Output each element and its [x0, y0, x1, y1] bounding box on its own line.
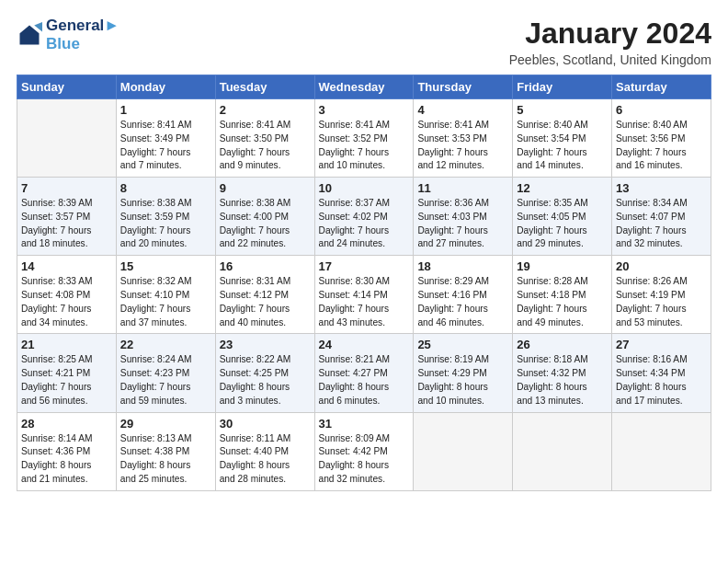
day-number: 25: [417, 338, 508, 351]
day-number: 8: [120, 181, 211, 195]
day-info: Sunrise: 8:19 AMSunset: 4:29 PMDaylight:…: [417, 353, 508, 408]
col-friday: Friday: [513, 75, 612, 99]
day-info: Sunrise: 8:31 AMSunset: 4:12 PMDaylight:…: [220, 275, 311, 329]
table-row: 29Sunrise: 8:13 AMSunset: 4:38 PMDayligh…: [116, 412, 215, 490]
day-number: 27: [616, 338, 707, 351]
day-info: Sunrise: 8:40 AMSunset: 3:54 PMDaylight:…: [517, 119, 608, 173]
day-info: Sunrise: 8:18 AMSunset: 4:32 PMDaylight:…: [517, 353, 608, 408]
table-row: 24Sunrise: 8:21 AMSunset: 4:27 PMDayligh…: [314, 334, 414, 412]
calendar-week-row: 28Sunrise: 8:14 AMSunset: 4:36 PMDayligh…: [17, 412, 711, 490]
day-number: 10: [319, 181, 410, 195]
day-number: 15: [120, 259, 211, 273]
col-thursday: Thursday: [414, 75, 513, 99]
calendar: Sunday Monday Tuesday Wednesday Thursday…: [17, 75, 711, 491]
day-number: 5: [517, 103, 608, 117]
page: General► Blue January 2024 Peebles, Scot…: [0, 0, 728, 563]
table-row: 8Sunrise: 8:38 AMSunset: 3:59 PMDaylight…: [116, 178, 215, 256]
table-row: 2Sunrise: 8:41 AMSunset: 3:50 PMDaylight…: [215, 99, 314, 178]
header: General► Blue January 2024 Peebles, Scot…: [17, 17, 711, 67]
day-info: Sunrise: 8:38 AMSunset: 3:59 PMDaylight:…: [120, 197, 211, 251]
day-info: Sunrise: 8:11 AMSunset: 4:40 PMDaylight:…: [220, 432, 311, 487]
day-info: Sunrise: 8:34 AMSunset: 4:07 PMDaylight:…: [616, 197, 707, 251]
day-info: Sunrise: 8:39 AMSunset: 3:57 PMDaylight:…: [21, 197, 112, 251]
svg-marker-0: [20, 25, 40, 44]
day-number: 21: [21, 338, 112, 351]
day-number: 12: [517, 181, 608, 195]
day-number: 26: [517, 338, 608, 351]
svg-marker-1: [34, 22, 42, 32]
day-number: 13: [616, 181, 707, 195]
table-row: 17Sunrise: 8:30 AMSunset: 4:14 PMDayligh…: [314, 256, 414, 334]
col-tuesday: Tuesday: [215, 75, 314, 99]
table-row: 31Sunrise: 8:09 AMSunset: 4:42 PMDayligh…: [314, 412, 414, 490]
day-number: 24: [319, 338, 410, 351]
day-info: Sunrise: 8:41 AMSunset: 3:49 PMDaylight:…: [120, 119, 211, 173]
day-number: 17: [319, 259, 410, 273]
calendar-header-row: Sunday Monday Tuesday Wednesday Thursday…: [17, 75, 711, 99]
table-row: 7Sunrise: 8:39 AMSunset: 3:57 PMDaylight…: [17, 178, 117, 256]
table-row: 6Sunrise: 8:40 AMSunset: 3:56 PMDaylight…: [612, 99, 711, 178]
day-number: 11: [417, 181, 508, 195]
month-title: January 2024: [509, 17, 711, 51]
table-row: 5Sunrise: 8:40 AMSunset: 3:54 PMDaylight…: [513, 99, 612, 178]
day-info: Sunrise: 8:33 AMSunset: 4:08 PMDaylight:…: [21, 275, 112, 329]
day-info: Sunrise: 8:13 AMSunset: 4:38 PMDaylight:…: [120, 432, 211, 487]
day-info: Sunrise: 8:41 AMSunset: 3:53 PMDaylight:…: [417, 119, 508, 173]
day-info: Sunrise: 8:14 AMSunset: 4:36 PMDaylight:…: [21, 432, 112, 487]
day-info: Sunrise: 8:41 AMSunset: 3:50 PMDaylight:…: [220, 119, 311, 173]
day-number: 4: [417, 103, 508, 117]
day-number: 3: [319, 103, 410, 117]
col-monday: Monday: [116, 75, 215, 99]
day-number: 9: [220, 181, 311, 195]
table-row: 13Sunrise: 8:34 AMSunset: 4:07 PMDayligh…: [612, 178, 711, 256]
logo-icon: [17, 22, 42, 48]
day-info: Sunrise: 8:09 AMSunset: 4:42 PMDaylight:…: [319, 432, 410, 487]
day-number: 29: [120, 417, 211, 431]
day-info: Sunrise: 8:35 AMSunset: 4:05 PMDaylight:…: [517, 197, 608, 251]
day-number: 23: [220, 338, 311, 351]
day-info: Sunrise: 8:41 AMSunset: 3:52 PMDaylight:…: [319, 119, 410, 173]
day-info: Sunrise: 8:40 AMSunset: 3:56 PMDaylight:…: [616, 119, 707, 173]
day-info: Sunrise: 8:22 AMSunset: 4:25 PMDaylight:…: [220, 353, 311, 408]
day-number: 7: [21, 181, 112, 195]
location: Peebles, Scotland, United Kingdom: [509, 52, 711, 67]
table-row: 26Sunrise: 8:18 AMSunset: 4:32 PMDayligh…: [513, 334, 612, 412]
day-number: 20: [616, 259, 707, 273]
table-row: 22Sunrise: 8:24 AMSunset: 4:23 PMDayligh…: [116, 334, 215, 412]
table-row: 18Sunrise: 8:29 AMSunset: 4:16 PMDayligh…: [414, 256, 513, 334]
day-info: Sunrise: 8:37 AMSunset: 4:02 PMDaylight:…: [319, 197, 410, 251]
table-row: 12Sunrise: 8:35 AMSunset: 4:05 PMDayligh…: [513, 178, 612, 256]
table-row: 9Sunrise: 8:38 AMSunset: 4:00 PMDaylight…: [215, 178, 314, 256]
table-row: 28Sunrise: 8:14 AMSunset: 4:36 PMDayligh…: [17, 412, 117, 490]
calendar-week-row: 7Sunrise: 8:39 AMSunset: 3:57 PMDaylight…: [17, 178, 711, 256]
table-row: 11Sunrise: 8:36 AMSunset: 4:03 PMDayligh…: [414, 178, 513, 256]
col-saturday: Saturday: [612, 75, 711, 99]
day-info: Sunrise: 8:32 AMSunset: 4:10 PMDaylight:…: [120, 275, 211, 329]
col-wednesday: Wednesday: [314, 75, 414, 99]
table-row: 4Sunrise: 8:41 AMSunset: 3:53 PMDaylight…: [414, 99, 513, 178]
table-row: 10Sunrise: 8:37 AMSunset: 4:02 PMDayligh…: [314, 178, 414, 256]
day-number: 16: [220, 259, 311, 273]
table-row: 15Sunrise: 8:32 AMSunset: 4:10 PMDayligh…: [116, 256, 215, 334]
day-info: Sunrise: 8:26 AMSunset: 4:19 PMDaylight:…: [616, 275, 707, 329]
day-number: 1: [120, 103, 211, 117]
day-number: 31: [319, 417, 410, 431]
day-info: Sunrise: 8:29 AMSunset: 4:16 PMDaylight:…: [417, 275, 508, 329]
table-row: 14Sunrise: 8:33 AMSunset: 4:08 PMDayligh…: [17, 256, 117, 334]
day-number: 19: [517, 259, 608, 273]
day-number: 14: [21, 259, 112, 273]
table-row: 27Sunrise: 8:16 AMSunset: 4:34 PMDayligh…: [612, 334, 711, 412]
table-row: [414, 412, 513, 490]
calendar-week-row: 21Sunrise: 8:25 AMSunset: 4:21 PMDayligh…: [17, 334, 711, 412]
table-row: 19Sunrise: 8:28 AMSunset: 4:18 PMDayligh…: [513, 256, 612, 334]
day-info: Sunrise: 8:25 AMSunset: 4:21 PMDaylight:…: [21, 353, 112, 408]
table-row: 21Sunrise: 8:25 AMSunset: 4:21 PMDayligh…: [17, 334, 117, 412]
table-row: [17, 99, 117, 178]
day-number: 2: [220, 103, 311, 117]
day-number: 18: [417, 259, 508, 273]
day-number: 6: [616, 103, 707, 117]
table-row: 20Sunrise: 8:26 AMSunset: 4:19 PMDayligh…: [612, 256, 711, 334]
calendar-week-row: 1Sunrise: 8:41 AMSunset: 3:49 PMDaylight…: [17, 99, 711, 178]
table-row: 30Sunrise: 8:11 AMSunset: 4:40 PMDayligh…: [215, 412, 314, 490]
table-row: [612, 412, 711, 490]
